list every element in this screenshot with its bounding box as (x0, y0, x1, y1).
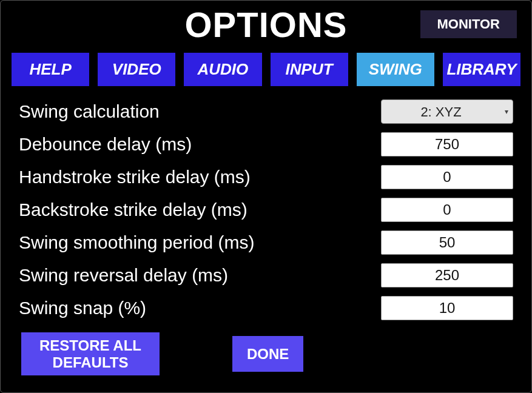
tab-audio[interactable]: AUDIO (184, 53, 261, 86)
settings-panel: Swing calculation 2: XYZ ▾ Debounce dela… (1, 96, 531, 320)
page-title: OPTIONS (184, 4, 347, 45)
debounce-delay-label: Debounce delay (ms) (19, 134, 192, 155)
reversal-delay-label: Swing reversal delay (ms) (19, 265, 228, 286)
tab-swing[interactable]: SWING (357, 53, 434, 86)
tab-video[interactable]: VIDEO (98, 53, 175, 86)
handstroke-delay-label: Handstroke strike delay (ms) (19, 167, 251, 187)
tab-library[interactable]: LIBRARY (443, 53, 520, 86)
reversal-delay-input[interactable] (381, 263, 513, 287)
smoothing-period-input[interactable] (381, 230, 513, 255)
tab-input[interactable]: INPUT (271, 53, 348, 86)
tab-bar: HELP VIDEO AUDIO INPUT SWING LIBRARY (1, 45, 531, 96)
monitor-button[interactable]: MONITOR (420, 10, 517, 38)
backstroke-delay-input[interactable] (381, 198, 513, 222)
tab-help[interactable]: HELP (12, 53, 89, 86)
swing-snap-label: Swing snap (%) (19, 298, 146, 318)
swing-calculation-label: Swing calculation (19, 101, 160, 122)
smoothing-period-label: Swing smoothing period (ms) (19, 232, 255, 253)
swing-snap-input[interactable] (381, 296, 513, 320)
handstroke-delay-input[interactable] (381, 165, 513, 189)
swing-calculation-select[interactable]: 2: XYZ (381, 99, 513, 124)
debounce-delay-input[interactable] (381, 132, 513, 156)
backstroke-delay-label: Backstroke strike delay (ms) (19, 200, 247, 220)
restore-defaults-button[interactable]: RESTORE ALL DEFAULTS (21, 332, 160, 375)
done-button[interactable]: DONE (232, 336, 303, 372)
